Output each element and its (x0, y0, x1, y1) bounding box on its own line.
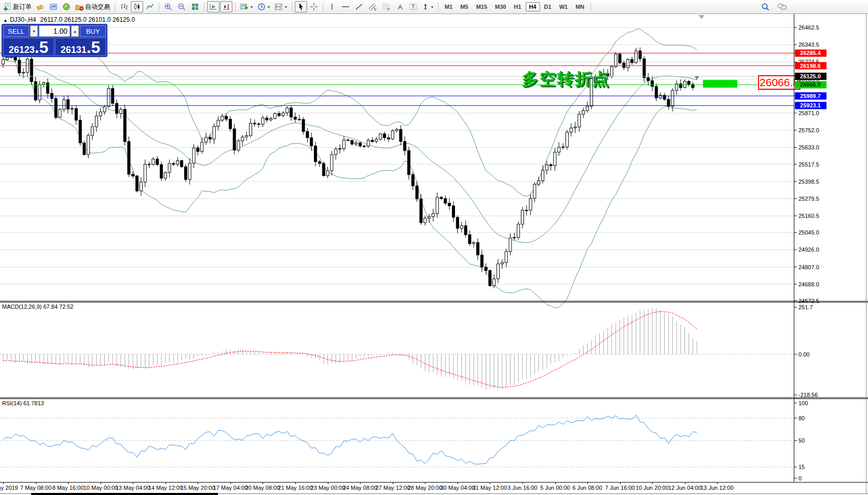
time-label: 8 May 16:00 (52, 485, 84, 491)
line-chart-type-button[interactable] (144, 1, 156, 12)
bar-chart-type-button[interactable] (118, 1, 130, 12)
time-label: 27 May 12:00 (376, 485, 410, 491)
time-tick (393, 483, 393, 484)
buy-price-frac: .5 (87, 41, 101, 54)
time-tick (36, 483, 36, 484)
periods-dropdown[interactable]: ▾ (255, 1, 272, 12)
buy-price-main: 26131 (61, 45, 87, 54)
vertical-line-button[interactable] (326, 1, 338, 12)
tf-d1-button[interactable]: D1 (541, 2, 555, 11)
price-badge-label: 25989.7 (800, 93, 821, 99)
new-order-button[interactable]: 新订单 (1, 1, 34, 12)
channel-button[interactable]: E (366, 1, 379, 12)
time-tick (587, 483, 588, 484)
volume-input[interactable] (39, 25, 70, 37)
price-tick-label: 25517.5 (798, 161, 819, 168)
tf-mn-button[interactable]: MN (572, 2, 588, 11)
macd-tick-label: 251.7 (798, 304, 813, 310)
chart-shift-icon (222, 3, 230, 11)
price-tick-label: 25279.5 (798, 196, 819, 202)
fibonacci-button[interactable]: F (380, 1, 393, 12)
buy-button[interactable]: BUY (80, 25, 106, 37)
time-label: 10 Jun 20:00 (636, 485, 669, 491)
price-tick-label: 25752.0 (798, 127, 819, 133)
main-chart-canvas[interactable]: 多空转折点多空转折点26066.826462.526343.526224.526… (0, 14, 868, 302)
text-button[interactable]: A (394, 1, 406, 12)
tf-w1-button[interactable]: W1 (556, 2, 572, 11)
one-click-trade-panel: SELL ▼ ▲ BUY 26123.5 26131.5 (2, 24, 107, 57)
chevron-down-icon: ▾ (268, 5, 270, 9)
time-axis[interactable]: 6 May 20197 May 08:008 May 16:0010 May 0… (0, 483, 868, 494)
new-order-icon (3, 3, 11, 11)
tf-h4-button[interactable]: H4 (526, 2, 540, 11)
auto-scroll-icon (209, 3, 217, 11)
chevron-down-icon: ▾ (431, 5, 433, 9)
auto-scroll-button[interactable] (207, 1, 219, 12)
search-button[interactable] (759, 1, 772, 12)
time-label: 30 May 04:00 (440, 485, 475, 491)
zoom-out-button[interactable] (175, 1, 188, 12)
macd-label: MACD(12,26,9) 67.84 72.52 (2, 304, 74, 310)
toolbar-separator (235, 2, 236, 11)
text-label-button[interactable]: T (407, 1, 419, 12)
auto-trading-icon (75, 3, 84, 11)
charts-window-button[interactable] (47, 1, 60, 12)
highlight-zone[interactable] (703, 80, 737, 88)
tile-windows-button[interactable] (189, 1, 201, 12)
rsi-pane-canvas[interactable]: 1008050150 (0, 398, 868, 482)
price-tick-label: 25633.0 (798, 144, 819, 150)
main-toolbar: 新订单 自动交易 (0, 0, 868, 14)
cursor-button[interactable] (295, 1, 307, 12)
price-badge-label: 26066.8 (800, 81, 821, 88)
buy-price-display[interactable]: 26131.5 (55, 38, 106, 56)
shift-marker-icon[interactable] (698, 15, 705, 19)
time-tick (328, 483, 328, 484)
tf-m1-button[interactable]: M1 (441, 2, 456, 11)
tf-h1-button[interactable]: H1 (510, 2, 525, 11)
zoom-in-button[interactable] (162, 1, 175, 12)
price-axis-border (794, 14, 794, 482)
price-tick-label: 25871.0 (798, 110, 819, 116)
time-label: 13 May 04:00 (116, 485, 150, 491)
template-icon (274, 3, 283, 11)
volume-increase-button[interactable]: ▲ (71, 25, 79, 37)
pane-separator[interactable] (0, 397, 868, 398)
time-tick (198, 483, 198, 484)
tf-m15-button[interactable]: M15 (473, 2, 491, 11)
signal-orb-button[interactable] (60, 1, 73, 12)
templates-dropdown[interactable]: ▾ (272, 1, 289, 12)
time-label: 21 May 16:00 (278, 485, 313, 491)
price-tick-label: 26343.5 (798, 42, 819, 48)
indicators-dropdown[interactable]: ▾ (238, 1, 255, 12)
toolbar-separator (159, 2, 159, 11)
candlestick-type-button[interactable] (131, 1, 143, 12)
annotation-text[interactable]: 多空转折点 (522, 70, 610, 88)
crosshair-button[interactable] (308, 1, 320, 12)
clock-icon (257, 3, 266, 11)
chevron-down-icon: ▾ (251, 5, 253, 9)
chat-button[interactable] (775, 1, 789, 12)
trendline-button[interactable] (353, 1, 365, 12)
tile-windows-icon (191, 3, 199, 11)
price-badge-label: 26125.0 (800, 73, 821, 79)
sell-price-display[interactable]: 26123.5 (3, 38, 54, 56)
chart-shift-button[interactable] (220, 1, 232, 12)
time-label: 28 May 20:00 (408, 485, 443, 491)
arrows-dropdown[interactable]: ▾ (420, 1, 435, 12)
chevron-down-icon: ▾ (285, 5, 287, 9)
auto-trading-button[interactable]: 自动交易 (73, 1, 112, 12)
tf-m30-button[interactable]: M30 (491, 2, 509, 11)
time-tick (68, 483, 68, 484)
horizontal-line-button[interactable] (339, 1, 352, 12)
macd-pane-canvas[interactable]: 251.70.00-218.56 (0, 302, 868, 397)
price-tick-label: 25160.5 (798, 213, 819, 219)
tf-m5-button[interactable]: M5 (457, 2, 472, 11)
pane-separator[interactable] (0, 301, 868, 301)
eraser-button[interactable] (34, 1, 47, 12)
time-label: 7 Jun 16:00 (605, 485, 635, 491)
volume-decrease-button[interactable]: ▼ (30, 25, 38, 37)
price-tick-label: 24926.0 (798, 246, 819, 253)
sell-button[interactable]: SELL (3, 25, 29, 37)
bar-chart-icon (120, 3, 128, 11)
time-label: 17 May 04:00 (213, 485, 248, 491)
